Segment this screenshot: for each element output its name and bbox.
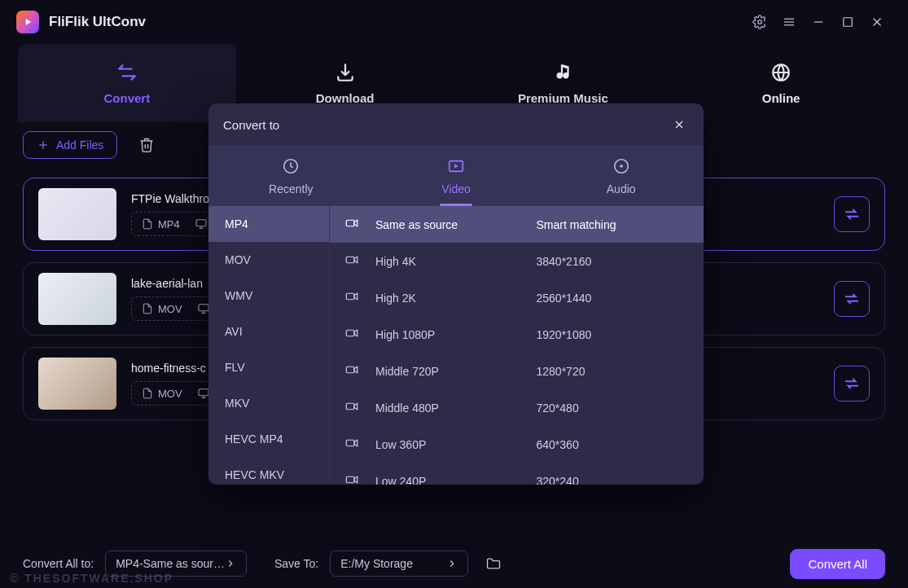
preset-row[interactable]: Middle 480P720*480 bbox=[330, 389, 704, 426]
svg-rect-32 bbox=[346, 403, 354, 410]
svg-rect-14 bbox=[199, 305, 208, 311]
preset-resolution: 2560*1440 bbox=[537, 292, 690, 305]
svg-rect-28 bbox=[346, 257, 354, 263]
swap-format-button[interactable] bbox=[834, 366, 870, 402]
video-icon bbox=[344, 472, 367, 485]
file-thumbnail bbox=[38, 358, 116, 410]
popup-title: Convert to bbox=[223, 118, 279, 132]
preset-list[interactable]: Same as sourceSmart matchingHigh 4K3840*… bbox=[329, 206, 704, 485]
svg-rect-29 bbox=[346, 293, 354, 300]
svg-rect-11 bbox=[196, 220, 206, 226]
minimize-button[interactable] bbox=[804, 7, 833, 37]
nav-tab-label: Download bbox=[316, 91, 375, 105]
video-icon bbox=[344, 289, 367, 306]
popup-tab-video[interactable]: Video bbox=[374, 146, 539, 206]
preset-resolution: 320*240 bbox=[537, 475, 690, 485]
file-thumbnail bbox=[38, 188, 116, 240]
audio-icon bbox=[612, 157, 630, 178]
nav-tab-convert[interactable]: Convert bbox=[18, 44, 236, 122]
preset-row[interactable]: Low 360P640*360 bbox=[330, 426, 704, 463]
maximize-button[interactable] bbox=[833, 7, 862, 37]
preset-resolution: Smart matching bbox=[537, 218, 690, 231]
popup-close-button[interactable] bbox=[669, 115, 689, 134]
svg-rect-17 bbox=[199, 389, 208, 396]
preset-row[interactable]: High 1080P1920*1080 bbox=[330, 316, 704, 353]
preset-row[interactable]: High 2K2560*1440 bbox=[330, 279, 704, 316]
file-meta: MP4 bbox=[131, 212, 218, 236]
add-files-button[interactable]: Add Files bbox=[23, 131, 117, 159]
video-icon bbox=[344, 252, 367, 270]
save-to-dropdown[interactable]: E:/My Storage bbox=[330, 551, 468, 577]
format-item[interactable]: MP4 bbox=[208, 206, 329, 242]
file-thumbnail bbox=[38, 273, 116, 325]
settings-button[interactable] bbox=[745, 7, 774, 37]
app-logo bbox=[16, 11, 39, 33]
video-icon bbox=[344, 326, 367, 343]
swap-format-button[interactable] bbox=[834, 196, 870, 232]
preset-resolution: 1280*720 bbox=[537, 365, 690, 378]
popup-tab-label: Recently bbox=[269, 182, 313, 195]
clock-icon bbox=[282, 157, 300, 178]
video-icon bbox=[344, 362, 367, 380]
format-item[interactable]: FLV bbox=[208, 349, 329, 385]
music-icon bbox=[552, 62, 573, 83]
convert-all-to-value: MP4-Same as sour… bbox=[116, 557, 225, 570]
svg-point-0 bbox=[758, 20, 762, 24]
popup-tab-label: Audio bbox=[607, 182, 636, 195]
preset-resolution: 640*360 bbox=[537, 438, 690, 451]
watermark: © THESOFTWARE.SHOP bbox=[10, 572, 173, 585]
nav-tab-label: Premium Music bbox=[518, 91, 608, 105]
download-icon bbox=[335, 62, 356, 83]
app-title: FliFlik UltConv bbox=[49, 14, 146, 30]
nav-tab-online[interactable]: Online bbox=[672, 44, 890, 122]
format-item[interactable]: HEVC MKV bbox=[208, 457, 329, 485]
format-item[interactable]: MKV bbox=[208, 385, 329, 421]
chevron-right-icon bbox=[446, 558, 458, 569]
preset-row[interactable]: Middle 720P1280*720 bbox=[330, 353, 704, 389]
preset-row[interactable]: High 4K3840*2160 bbox=[330, 243, 704, 279]
file-meta: MOV bbox=[131, 296, 221, 321]
popup-tabs: RecentlyVideoAudio bbox=[208, 146, 704, 206]
save-to-label: Save To: bbox=[274, 557, 318, 570]
title-bar: FliFlik UltConv bbox=[0, 0, 908, 44]
preset-row[interactable]: Same as sourceSmart matching bbox=[330, 206, 704, 243]
globe-icon bbox=[770, 62, 792, 83]
file-format-label: MOV bbox=[142, 387, 182, 400]
svg-rect-27 bbox=[346, 220, 354, 226]
preset-label: High 1080P bbox=[375, 328, 529, 341]
video-icon bbox=[344, 399, 367, 416]
open-folder-button[interactable] bbox=[480, 550, 507, 577]
popup-tab-audio[interactable]: Audio bbox=[538, 146, 704, 206]
format-list[interactable]: MP4MOVWMVAVIFLVMKVHEVC MP4HEVC MKV bbox=[208, 206, 329, 485]
preset-resolution: 3840*2160 bbox=[537, 255, 690, 268]
svg-rect-30 bbox=[346, 330, 354, 336]
svg-rect-5 bbox=[844, 18, 853, 27]
nav-tab-label: Convert bbox=[104, 91, 151, 105]
preset-row[interactable]: Low 240P320*240 bbox=[330, 463, 704, 485]
swap-format-button[interactable] bbox=[834, 281, 870, 317]
svg-marker-24 bbox=[454, 164, 458, 169]
svg-rect-33 bbox=[346, 440, 354, 446]
format-item[interactable]: WMV bbox=[208, 278, 329, 314]
svg-rect-34 bbox=[346, 476, 354, 483]
chevron-right-icon bbox=[225, 558, 236, 569]
format-item[interactable]: HEVC MP4 bbox=[208, 421, 329, 457]
popup-body: MP4MOVWMVAVIFLVMKVHEVC MP4HEVC MKV Same … bbox=[208, 206, 704, 485]
video-icon bbox=[344, 216, 367, 233]
preset-label: High 4K bbox=[375, 255, 529, 268]
popup-header: Convert to bbox=[208, 103, 704, 146]
delete-button[interactable] bbox=[132, 130, 161, 160]
convert-icon bbox=[116, 62, 138, 83]
close-button[interactable] bbox=[862, 7, 892, 37]
convert-to-popup: Convert to RecentlyVideoAudio MP4MOVWMVA… bbox=[208, 103, 704, 485]
preset-label: Middle 480P bbox=[375, 402, 529, 415]
menu-button[interactable] bbox=[774, 7, 804, 37]
popup-tab-recently[interactable]: Recently bbox=[208, 146, 374, 206]
format-item[interactable]: AVI bbox=[208, 314, 329, 349]
file-format-label: MOV bbox=[142, 302, 182, 315]
preset-label: Low 360P bbox=[375, 438, 529, 451]
convert-all-button[interactable]: Convert All bbox=[790, 549, 885, 579]
popup-tab-label: Video bbox=[441, 182, 471, 195]
format-item[interactable]: MOV bbox=[208, 242, 329, 278]
preset-label: Middle 720P bbox=[375, 365, 529, 378]
